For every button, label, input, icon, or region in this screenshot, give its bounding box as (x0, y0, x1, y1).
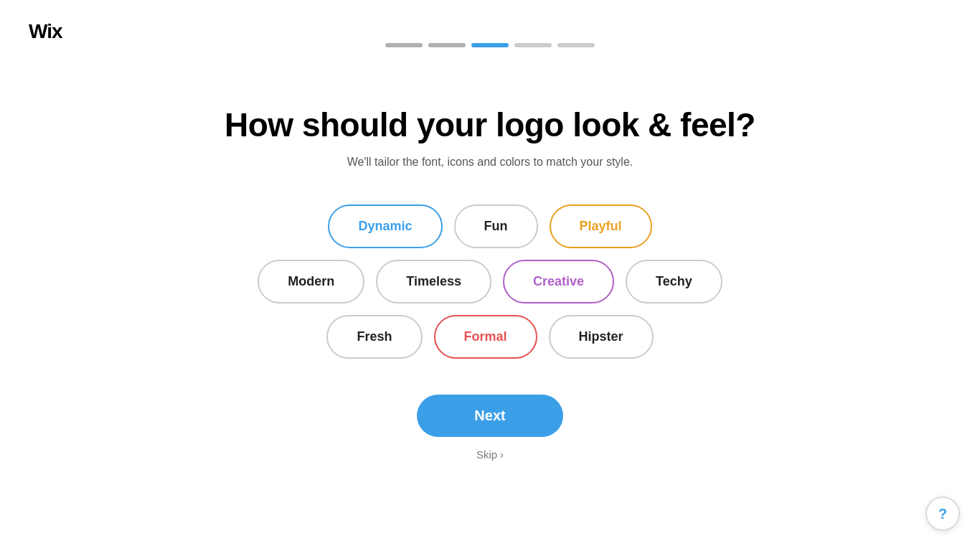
next-button[interactable]: Next (417, 395, 562, 437)
style-options-row-1: Dynamic Fun Playful (328, 204, 651, 248)
skip-link[interactable]: Skip › (476, 448, 504, 461)
style-options-row-2: Modern Timeless Creative Techy (258, 260, 722, 303)
skip-arrow: › (500, 448, 504, 461)
style-option-timeless[interactable]: Timeless (376, 260, 491, 303)
style-option-creative[interactable]: Creative (503, 260, 614, 303)
help-icon: ? (938, 506, 947, 522)
progress-step-1 (385, 43, 423, 47)
style-option-fresh[interactable]: Fresh (326, 315, 422, 359)
style-option-playful[interactable]: Playful (550, 204, 652, 248)
progress-step-2 (428, 43, 466, 47)
style-option-hipster[interactable]: Hipster (549, 315, 654, 359)
style-option-formal[interactable]: Formal (434, 315, 537, 359)
page-title: How should your logo look & feel? (225, 105, 755, 144)
main-content: How should your logo look & feel? We'll … (0, 0, 980, 551)
style-options-row-3: Fresh Formal Hipster (326, 315, 653, 359)
style-option-techy[interactable]: Techy (626, 260, 722, 303)
help-button[interactable]: ? (925, 496, 960, 531)
page-subtitle: We'll tailor the font, icons and colors … (347, 156, 633, 169)
progress-step-4 (514, 43, 552, 47)
progress-step-5 (557, 43, 595, 47)
style-option-modern[interactable]: Modern (258, 260, 364, 303)
style-option-dynamic[interactable]: Dynamic (328, 204, 442, 248)
style-option-fun[interactable]: Fun (454, 204, 538, 248)
skip-label: Skip (476, 448, 497, 461)
progress-step-3 (471, 43, 509, 47)
logo-text: Wix (29, 20, 62, 42)
wix-logo: Wix (29, 20, 62, 43)
style-options-container: Dynamic Fun Playful Modern Timeless Crea… (258, 204, 722, 359)
progress-bar (385, 43, 595, 47)
